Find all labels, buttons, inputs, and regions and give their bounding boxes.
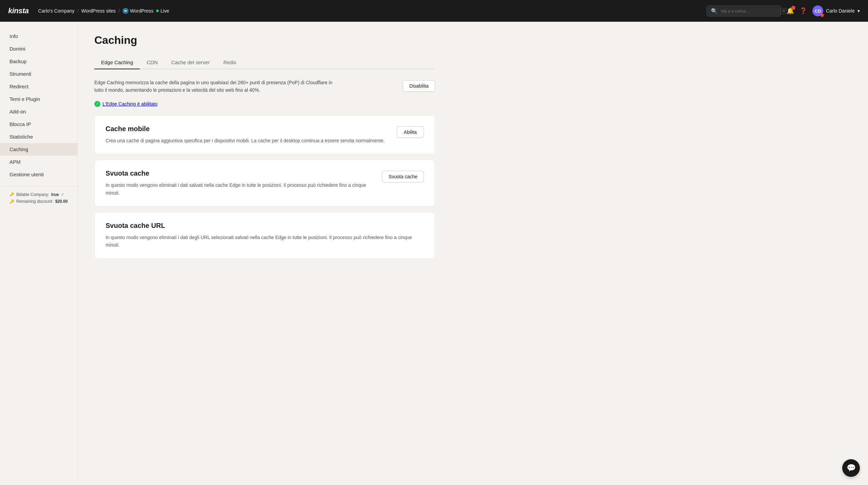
layout: InfoDominiBackupStrumentiRedirectTemi e … xyxy=(0,22,868,485)
card-title-svuota-cache: Svuota cache xyxy=(106,169,374,177)
status-link[interactable]: L'Edge Caching è abilitato xyxy=(102,101,157,107)
main-content: Caching Edge CachingCDNCache del serverR… xyxy=(78,22,451,485)
live-label: Live xyxy=(161,8,169,14)
breadcrumb-sep2: / xyxy=(118,8,120,14)
card-title-cache-mobile: Cache mobile xyxy=(106,125,389,133)
topnav-icons: 🔔 ❓ CD Carlo Daniele ▾ xyxy=(787,5,860,16)
edge-caching-description: Edge Caching memorizza la cache della pa… xyxy=(94,79,339,94)
search-icon: 🔍 xyxy=(711,8,718,14)
help-button[interactable]: ❓ xyxy=(799,7,807,15)
breadcrumb-site: WordPress xyxy=(130,8,153,14)
page-title: Caching xyxy=(94,34,435,47)
live-dot-icon xyxy=(156,10,159,12)
billable-label: Billable Company: xyxy=(16,192,49,197)
card-content-svuota-cache: Svuota cacheIn questo modo vengono elimi… xyxy=(106,169,374,197)
wordpress-icon: W xyxy=(122,8,129,14)
sidebar-item-gestione-utenti[interactable]: Gestione utenti xyxy=(0,168,78,181)
sidebar-footer: 🔑 Billable Company: true ✓ 🔑 Remaining d… xyxy=(0,186,78,211)
live-badge: Live xyxy=(156,8,169,14)
card-svuota-cache: Svuota cacheIn questo modo vengono elimi… xyxy=(94,160,435,206)
card-action-svuota-cache: Svuota cache xyxy=(382,169,424,182)
disable-action: Disabilita xyxy=(403,79,435,92)
sidebar-item-blocca-ip[interactable]: Blocca IP xyxy=(0,118,78,130)
tabs: Edge CachingCDNCache del serverRedis xyxy=(94,56,435,69)
tab-redis[interactable]: Redis xyxy=(216,56,243,69)
key-icon: 🔑 xyxy=(10,192,14,197)
chat-button[interactable]: 💬 xyxy=(842,459,860,477)
sidebar-item-info[interactable]: Info xyxy=(0,30,78,42)
breadcrumb-company[interactable]: Carlo's Company xyxy=(38,8,75,14)
chevron-down-icon: ▾ xyxy=(857,8,860,14)
discount-value: $20.00 xyxy=(55,199,68,204)
breadcrumb: Carlo's Company / WordPress sites / W Wo… xyxy=(38,8,169,14)
billable-company: 🔑 Billable Company: true ✓ xyxy=(10,192,68,197)
sidebar-item-domini[interactable]: Domini xyxy=(0,42,78,55)
disabilita-button[interactable]: Disabilita xyxy=(403,80,435,92)
discount-label: Remaining discount: xyxy=(16,199,53,204)
user-menu[interactable]: CD Carlo Daniele ▾ xyxy=(812,5,860,16)
edge-caching-status: ✓ L'Edge Caching è abilitato xyxy=(94,101,435,107)
sidebar-item-backup[interactable]: Backup xyxy=(0,55,78,68)
billable-value: true xyxy=(51,192,59,197)
card-svuota-cache-url: Svuota cache URLIn questo modo vengono e… xyxy=(94,212,435,259)
kinsta-logo: kinsta xyxy=(8,6,29,15)
tab-cache-del-server[interactable]: Cache del server xyxy=(165,56,216,69)
search-bar[interactable]: 🔍 ⌘/ xyxy=(706,5,781,17)
card-desc-cache-mobile: Crea una cache di pagina aggiuntiva spec… xyxy=(106,137,389,144)
sidebar-item-caching[interactable]: Caching xyxy=(0,143,78,156)
sidebar-item-strumenti[interactable]: Strumenti xyxy=(0,68,78,80)
card-title-svuota-cache-url: Svuota cache URL xyxy=(106,222,424,230)
edge-caching-desc-area: Edge Caching memorizza la cache della pa… xyxy=(94,79,435,94)
card-content-cache-mobile: Cache mobileCrea una cache di pagina agg… xyxy=(106,125,389,144)
notifications-badge xyxy=(791,6,795,10)
user-badge xyxy=(820,14,824,17)
card-desc-svuota-cache-url: In questo modo vengono eliminati i dati … xyxy=(106,234,424,249)
card-cache-mobile: Cache mobileCrea una cache di pagina agg… xyxy=(94,115,435,154)
tab-edge-caching[interactable]: Edge Caching xyxy=(94,56,140,69)
card-desc-svuota-cache: In questo modo vengono eliminati i dati … xyxy=(106,181,374,197)
sidebar-item-temi-plugin[interactable]: Temi e Plugin xyxy=(0,93,78,105)
check-icon: ✓ xyxy=(61,192,64,197)
remaining-discount: 🔑 Remaining discount: $20.00 xyxy=(10,199,68,204)
notifications-button[interactable]: 🔔 xyxy=(787,7,794,15)
search-input[interactable] xyxy=(720,8,777,14)
sidebar-item-apm[interactable]: APM xyxy=(0,156,78,168)
user-name: Carlo Daniele xyxy=(826,8,855,14)
avatar: CD xyxy=(812,5,823,16)
sidebar-item-statistiche[interactable]: Statistiche xyxy=(0,130,78,143)
key-icon-2: 🔑 xyxy=(10,199,14,204)
card-content-svuota-cache-url: Svuota cache URLIn questo modo vengono e… xyxy=(106,222,424,249)
breadcrumb-wordpress-sites[interactable]: WordPress sites xyxy=(81,8,116,14)
card-button-cache-mobile[interactable]: Abilita xyxy=(397,126,424,138)
card-action-cache-mobile: Abilita xyxy=(397,125,424,138)
breadcrumb-sep1: / xyxy=(77,8,79,14)
sidebar-item-redirect[interactable]: Redirect xyxy=(0,80,78,93)
tab-cdn[interactable]: CDN xyxy=(140,56,165,69)
card-button-svuota-cache[interactable]: Svuota cache xyxy=(382,171,424,182)
topnav: kinsta Carlo's Company / WordPress sites… xyxy=(0,0,868,22)
wp-site-name: W WordPress xyxy=(122,8,153,14)
sidebar: InfoDominiBackupStrumentiRedirectTemi e … xyxy=(0,22,78,485)
check-circle-icon: ✓ xyxy=(94,101,100,107)
sidebar-item-addon[interactable]: Add-on xyxy=(0,105,78,118)
